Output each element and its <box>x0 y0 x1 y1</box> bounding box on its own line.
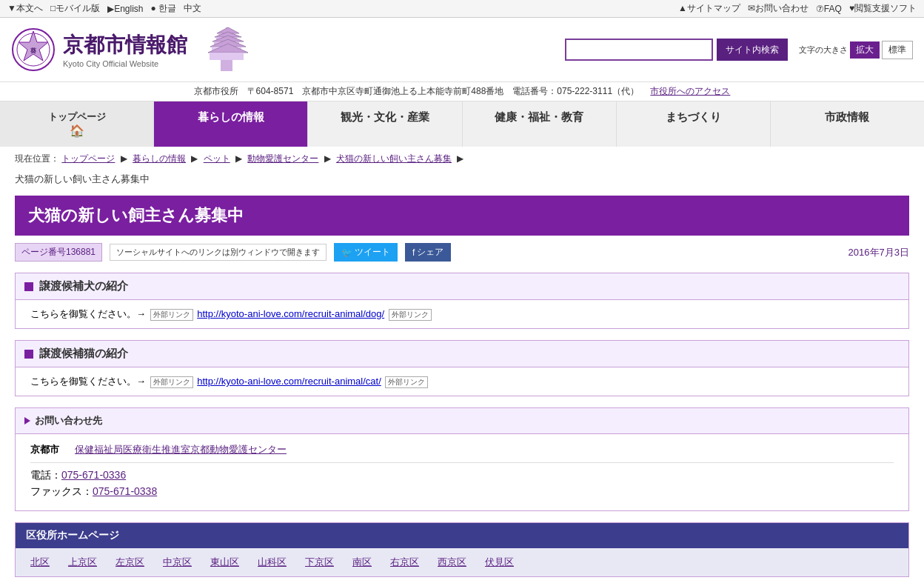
ward-header: 区役所ホームページ <box>16 523 908 548</box>
pagoda-image <box>202 24 254 76</box>
logo-area: 葵 京都市情報館 Kyoto City Official Website <box>11 24 254 76</box>
main-nav: トップページ🏠 暮らしの情報 観光・文化・産業 健康・福祉・教育 まちづくり 市… <box>0 101 924 147</box>
svg-text:葵: 葵 <box>30 47 37 54</box>
contact-top-link[interactable]: ✉お問い合わせ <box>748 2 808 15</box>
address-bar: 京都市役所 〒604-8571 京都市中京区寺町通御池上る上本能寺前町488番地… <box>0 82 924 101</box>
ward-shimogyo[interactable]: 下京区 <box>305 556 334 569</box>
ward-fushimi[interactable]: 伏見区 <box>485 556 514 569</box>
ward-ukyo[interactable]: 右京区 <box>390 556 419 569</box>
ward-yamashina[interactable]: 山科区 <box>258 556 287 569</box>
share-button[interactable]: f シェア <box>405 243 451 262</box>
top-bar: ▼本文へ □モバイル版 ▶English ● 한글 中文 ▲サイトマップ ✉お問… <box>0 0 924 18</box>
breadcrumb-home[interactable]: トップページ <box>61 153 115 164</box>
font-size-label: 文字の大きさ <box>799 44 848 56</box>
mobile-link[interactable]: □モバイル版 <box>50 2 100 15</box>
breadcrumb-sep3: ▶ <box>235 153 242 164</box>
ward-higashiyama[interactable]: 東山区 <box>210 556 239 569</box>
page-subtitle: 犬猫の新しい飼い主さん募集中 <box>0 171 924 192</box>
font-normal-button[interactable]: 標準 <box>882 41 913 59</box>
kyoto-emblem: 葵 <box>11 27 56 72</box>
phone-row: 電話：075-671-0336 <box>30 469 894 482</box>
ward-sakyo[interactable]: 左京区 <box>116 556 144 569</box>
nav-city[interactable]: まちづくり <box>617 101 771 147</box>
share-label: シェア <box>417 246 443 259</box>
ward-nishikyo[interactable]: 西京区 <box>438 556 466 569</box>
contact-city-row: 京都市 保健福祉局医療衛生推進室京都動物愛護センター <box>30 443 894 456</box>
svg-rect-15 <box>221 60 232 71</box>
breadcrumb: 現在位置： トップページ ▶ 暮らしの情報 ▶ ペット ▶ 動物愛護センター ▶… <box>0 147 924 171</box>
section-dog-title: 譲渡候補犬の紹介 <box>39 279 128 293</box>
ward-nakagyo[interactable]: 中京区 <box>163 556 192 569</box>
contact-divider <box>30 462 894 463</box>
ward-links: 北区 上京区 左京区 中京区 東山区 山科区 下京区 南区 右京区 西京区 伏見… <box>16 548 908 576</box>
font-expand-button[interactable]: 拡大 <box>850 41 880 59</box>
contact-dept-link[interactable]: 保健福祉局医療衛生推進室京都動物愛護センター <box>75 443 287 456</box>
fax-number[interactable]: 075-671-0338 <box>93 485 157 497</box>
page-number-badge: ページ番号136881 <box>15 243 102 262</box>
breadcrumb-sep4: ▶ <box>324 153 331 164</box>
ward-box: 区役所ホームページ 北区 上京区 左京区 中京区 東山区 山科区 下京区 南区 … <box>15 522 909 577</box>
breadcrumb-pet[interactable]: ペット <box>204 153 230 164</box>
section-cat-content: こちらを御覧ください。→ 外部リンク http://kyoto-ani-love… <box>16 367 908 396</box>
accessibility-link[interactable]: ♥閲覧支援ソフト <box>849 2 917 15</box>
ward-kamigyo[interactable]: 上京区 <box>68 556 97 569</box>
sitemap-link[interactable]: ▲サイトマップ <box>678 2 740 15</box>
ward-minami[interactable]: 南区 <box>352 556 372 569</box>
contact-header-label: お問い合わせ先 <box>35 414 102 427</box>
breadcrumb-living[interactable]: 暮らしの情報 <box>133 153 186 164</box>
phone-number[interactable]: 075-671-0336 <box>61 469 126 481</box>
english-link[interactable]: ▶English <box>107 4 143 14</box>
breadcrumb-animal-center[interactable]: 動物愛護センター <box>247 153 318 164</box>
ward-kita[interactable]: 北区 <box>30 556 50 569</box>
phone-label: 電話： <box>30 469 61 481</box>
search-button[interactable]: サイト内検索 <box>717 39 788 61</box>
section-dog: 譲渡候補犬の紹介 こちらを御覧ください。→ 外部リンク http://kyoto… <box>15 273 909 329</box>
dog-link[interactable]: http://kyoto-ani-love.com/recruit-animal… <box>197 308 384 319</box>
search-area: サイト内検索 文字の大きさ 拡大 標準 <box>565 39 913 61</box>
korean-link[interactable]: ● 한글 <box>151 2 177 15</box>
section-dog-header: 譲渡候補犬の紹介 <box>16 273 908 300</box>
ext-badge-cat-2: 外部リンク <box>385 376 428 388</box>
contact-content: 京都市 保健福祉局医療衛生推進室京都動物愛護センター 電話：075-671-03… <box>16 434 908 510</box>
faq-link[interactable]: ⑦FAQ <box>816 4 842 14</box>
breadcrumb-sep2: ▶ <box>191 153 198 164</box>
main-content: 犬猫の新しい飼主さん募集中 ページ番号136881 ソーシャルサイトへのリンクは… <box>0 192 924 586</box>
dog-body-text: こちらを御覧ください。→ <box>30 308 146 319</box>
logo-text: 京都市情報館 Kyoto City Official Website <box>63 31 187 68</box>
breadcrumb-prefix: 現在位置： <box>15 153 59 164</box>
nav-living[interactable]: 暮らしの情報 <box>154 101 308 147</box>
access-link[interactable]: 市役所へのアクセス <box>650 86 730 96</box>
search-input[interactable] <box>565 39 713 61</box>
section-cat-title: 譲渡候補猫の紹介 <box>39 347 128 361</box>
top-bar-right: ▲サイトマップ ✉お問い合わせ ⑦FAQ ♥閲覧支援ソフト <box>678 2 917 15</box>
svg-rect-14 <box>210 53 244 60</box>
breadcrumb-sep1: ▶ <box>121 153 127 164</box>
tweet-button[interactable]: 🐦 ツイート <box>334 243 398 262</box>
header: 葵 京都市情報館 Kyoto City Official Website サイト… <box>0 18 924 82</box>
breadcrumb-current[interactable]: 犬猫の新しい飼い主さん募集 <box>336 153 452 164</box>
triangle-icon <box>24 417 30 424</box>
chinese-link[interactable]: 中文 <box>184 2 201 15</box>
address-text: 京都市役所 〒604-8571 京都市中京区寺町通御池上る上本能寺前町488番地… <box>194 86 639 96</box>
contact-city-label: 京都市 <box>30 443 67 456</box>
page-info-row: ページ番号136881 ソーシャルサイトへのリンクは別ウィンドウで開きます 🐦 … <box>15 243 909 262</box>
twitter-icon: 🐦 <box>341 247 352 258</box>
cat-link[interactable]: http://kyoto-ani-love.com/recruit-animal… <box>197 376 381 387</box>
facebook-icon: f <box>412 247 415 258</box>
contact-box: お問い合わせ先 京都市 保健福祉局医療衛生推進室京都動物愛護センター 電話：07… <box>15 407 909 511</box>
nav-gov[interactable]: 市政情報 <box>771 101 924 147</box>
ext-badge-dog-2: 外部リンク <box>389 309 432 321</box>
nav-tourism[interactable]: 観光・文化・産業 <box>308 101 462 147</box>
purple-square-icon-cat <box>24 350 33 359</box>
contact-header: お問い合わせ先 <box>16 408 908 434</box>
nav-health[interactable]: 健康・福祉・教育 <box>463 101 617 147</box>
nav-home[interactable]: トップページ🏠 <box>0 101 154 147</box>
section-cat-header: 譲渡候補猫の紹介 <box>16 341 908 367</box>
font-size-area: 文字の大きさ 拡大 標準 <box>799 41 913 59</box>
section-cat: 譲渡候補猫の紹介 こちらを御覧ください。→ 外部リンク http://kyoto… <box>15 340 909 396</box>
breadcrumb-sep5: ▶ <box>457 153 463 164</box>
skip-to-main-link[interactable]: ▼本文へ <box>7 2 43 15</box>
ext-badge-dog-1: 外部リンク <box>150 309 193 321</box>
site-subtitle: Kyoto City Official Website <box>63 59 187 68</box>
section-dog-content: こちらを御覧ください。→ 外部リンク http://kyoto-ani-love… <box>16 300 908 328</box>
